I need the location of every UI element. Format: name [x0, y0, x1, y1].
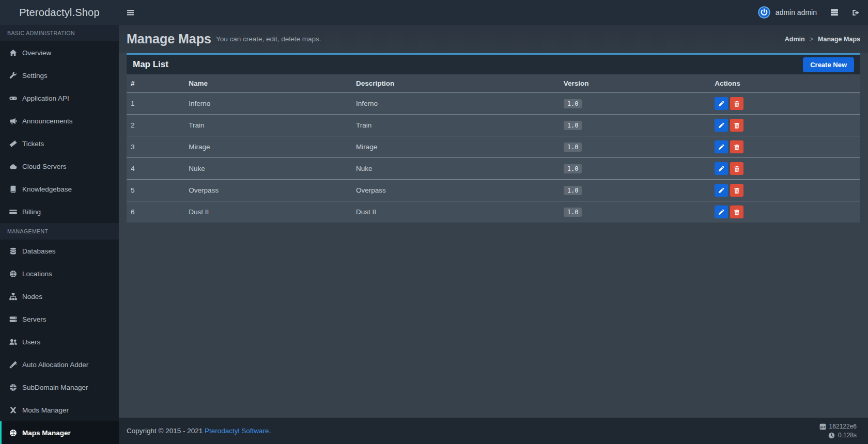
- power-avatar-icon: [758, 6, 770, 19]
- app-logo[interactable]: Pterodactyl.Shop: [0, 0, 119, 25]
- edit-map-button[interactable]: [715, 162, 728, 175]
- sidebar-item-label: Servers: [22, 315, 47, 323]
- edit-map-button[interactable]: [715, 119, 728, 132]
- table-row: 3MirageMirage1.0: [127, 136, 860, 158]
- delete-map-button[interactable]: [730, 97, 743, 110]
- version-badge: 1.0: [564, 121, 582, 130]
- sidebar-item-users[interactable]: Users: [0, 330, 119, 353]
- delete-map-button[interactable]: [730, 119, 743, 132]
- mods-icon: [9, 406, 17, 414]
- delete-map-button[interactable]: [730, 162, 743, 175]
- sidebar-item-overview[interactable]: Overview: [0, 41, 119, 64]
- breadcrumb-manage-maps: Manage Maps: [818, 36, 860, 43]
- svg-text:git: git: [820, 425, 825, 429]
- actions-cell: [710, 158, 860, 180]
- row-index-cell: 2: [127, 115, 184, 136]
- build-hash: git 162122e6: [819, 423, 857, 430]
- trash-icon: [734, 187, 740, 194]
- globe-icon: [9, 429, 17, 437]
- delete-map-button[interactable]: [730, 140, 743, 153]
- version-badge: 1.0: [564, 164, 582, 173]
- edit-map-button[interactable]: [715, 140, 728, 153]
- table-row: 5OverpassOverpass1.0: [127, 180, 860, 201]
- actions-cell: [710, 115, 860, 136]
- copyright-suffix: .: [269, 427, 271, 435]
- sidebar-item-auto-allocation-adder[interactable]: Auto Allocation Adder: [0, 353, 119, 376]
- sidebar-item-nodes[interactable]: Nodes: [0, 285, 119, 308]
- sidebar-item-billing[interactable]: Billing: [0, 200, 119, 223]
- ticket-icon: [9, 140, 17, 148]
- sidebar-item-settings[interactable]: Settings: [0, 64, 119, 87]
- pterodactyl-software-link[interactable]: Pterodactyl Software: [205, 427, 269, 435]
- table-row: 2TrainTrain1.0: [127, 115, 860, 136]
- map-version-cell: 1.0: [560, 158, 711, 180]
- server-icon: [9, 315, 17, 323]
- edit-map-button[interactable]: [715, 205, 728, 218]
- wrench-icon: [9, 72, 17, 80]
- sidebar-item-label: Nodes: [22, 293, 42, 300]
- cloud-icon: [9, 163, 17, 170]
- sidebar-item-subdomain-manager[interactable]: SubDomain Manager: [0, 376, 119, 399]
- home-icon: [9, 49, 17, 57]
- table-row: 1InfernoInferno1.0: [127, 93, 860, 115]
- sidebar-item-label: SubDomain Manager: [22, 384, 88, 391]
- row-index-cell: 1: [127, 93, 184, 115]
- pencil-icon: [718, 101, 724, 107]
- globe-icon: [9, 384, 17, 391]
- sidebar-item-application-api[interactable]: Application API: [0, 87, 119, 109]
- users-icon: [9, 338, 17, 346]
- table-column-header-description: Description: [352, 74, 560, 93]
- user-menu[interactable]: admin admin: [758, 6, 817, 19]
- row-index-cell: 3: [127, 136, 184, 158]
- map-description-cell: Dust II: [352, 201, 560, 223]
- delete-map-button[interactable]: [730, 205, 743, 218]
- sidebar-item-label: Tickets: [22, 140, 44, 148]
- sidebar-item-tickets[interactable]: Tickets: [0, 132, 119, 155]
- hamburger-icon[interactable]: [119, 0, 142, 25]
- main-wrapper: Manage Maps You can create, edit, delete…: [119, 25, 868, 444]
- sidebar-item-label: Overview: [22, 49, 51, 57]
- sidebar-item-label: Auto Allocation Adder: [22, 361, 88, 369]
- database-icon: [9, 247, 17, 255]
- table-column-header-name: Name: [184, 74, 352, 93]
- create-new-button[interactable]: Create New: [803, 57, 854, 72]
- footer-stats: git 162122e6 0.128s: [819, 423, 857, 439]
- map-version-cell: 1.0: [560, 93, 711, 115]
- maps-table: #NameDescriptionVersionActions 1InfernoI…: [127, 74, 860, 223]
- breadcrumb-separator: >: [810, 36, 813, 43]
- pencil-icon: [718, 144, 724, 150]
- sidebar-item-label: Mods Manager: [22, 406, 69, 414]
- sign-out-icon[interactable]: [852, 9, 860, 17]
- map-description-cell: Mirage: [352, 136, 560, 158]
- sidebar-section-header: MANAGEMENT: [0, 223, 119, 240]
- sidebar-item-label: Billing: [22, 208, 41, 216]
- sidebar-item-cloud-servers[interactable]: Cloud Servers: [0, 155, 119, 178]
- trash-icon: [734, 144, 740, 150]
- server-stack-icon[interactable]: [830, 8, 839, 17]
- sidebar-item-databases[interactable]: Databases: [0, 240, 119, 262]
- map-description-cell: Inferno: [352, 93, 560, 115]
- sidebar-item-mods-manager[interactable]: Mods Manager: [0, 399, 119, 421]
- sidebar-item-servers[interactable]: Servers: [0, 308, 119, 330]
- sidebar-item-knowledgebase[interactable]: Knowledgebase: [0, 178, 119, 200]
- trash-icon: [734, 101, 740, 107]
- navbar-right: admin admin: [758, 0, 868, 25]
- table-column-header-version: Version: [560, 74, 711, 93]
- magic-icon: [9, 361, 17, 369]
- sidebar-item-announcements[interactable]: Announcements: [0, 109, 119, 132]
- actions-cell: [710, 201, 860, 223]
- edit-map-button[interactable]: [715, 97, 728, 110]
- sidebar-item-locations[interactable]: Locations: [0, 262, 119, 285]
- sidebar-item-maps-manager[interactable]: Maps Manager: [0, 421, 119, 444]
- content-header: Manage Maps You can create, edit, delete…: [119, 25, 868, 53]
- delete-map-button[interactable]: [730, 184, 743, 197]
- sidebar-item-label: Announcements: [22, 117, 73, 125]
- breadcrumb-admin[interactable]: Admin: [785, 36, 805, 43]
- sidebar-item-label: Maps Manager: [22, 429, 71, 437]
- footer: Copyright © 2015 - 2021 Pterodactyl Soft…: [119, 418, 868, 444]
- copyright-prefix: Copyright © 2015 - 2021: [127, 427, 203, 435]
- version-badge: 1.0: [564, 99, 582, 108]
- edit-map-button[interactable]: [715, 184, 728, 197]
- version-badge: 1.0: [564, 142, 582, 152]
- top-navbar: Pterodactyl.Shop admin admin: [0, 0, 868, 25]
